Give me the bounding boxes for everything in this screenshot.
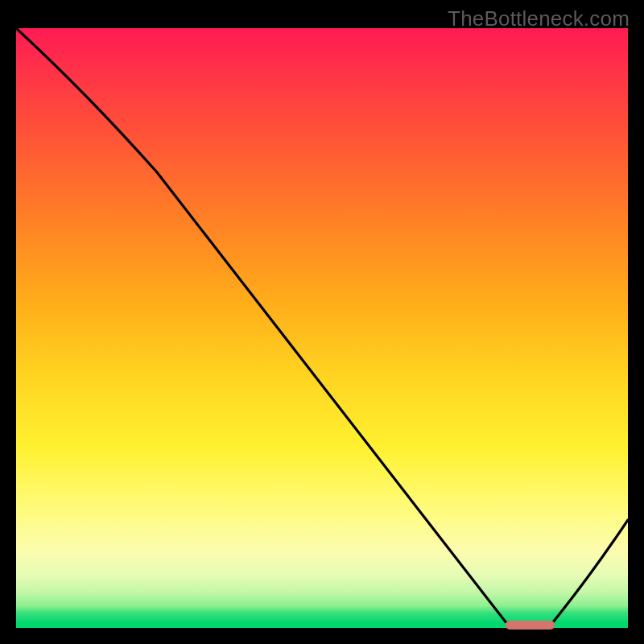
watermark-text: TheBottleneck.com [448,6,630,31]
bottleneck-curve-path [16,28,628,628]
curve-svg [16,28,628,628]
optimal-range-marker [506,621,555,630]
chart-container: TheBottleneck.com [0,0,644,644]
plot-area [16,28,628,628]
